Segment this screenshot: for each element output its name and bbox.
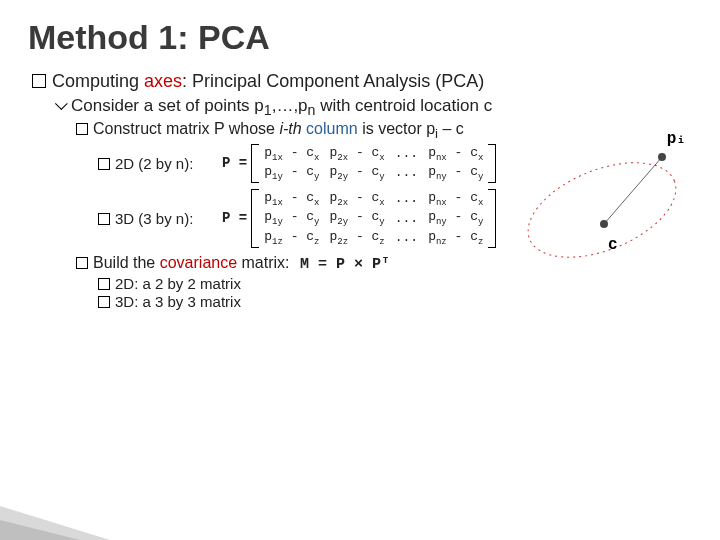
text: with centroid location c bbox=[315, 96, 492, 115]
cell: p1z - cz bbox=[259, 228, 324, 248]
bracket-icon bbox=[488, 144, 496, 183]
label-pi: pᵢ bbox=[667, 128, 686, 148]
cell: p2y - cy bbox=[324, 163, 389, 183]
svg-point-2 bbox=[658, 153, 666, 161]
label-3d: 3D (3 by n): bbox=[98, 210, 218, 227]
text: is vector p bbox=[358, 120, 435, 137]
text: – c bbox=[438, 120, 464, 137]
bullet-square-icon bbox=[98, 158, 110, 170]
bullet-sub-2d: 2D: a 2 by 2 matrix bbox=[98, 275, 692, 292]
bullet-computing: Computing axes: Principal Component Anal… bbox=[32, 71, 692, 92]
text: : Principal Component Analysis (PCA) bbox=[182, 71, 484, 91]
text: Construct matrix P whose bbox=[93, 120, 279, 137]
bullet-square-icon bbox=[76, 257, 88, 269]
page-title: Method 1: PCA bbox=[28, 18, 692, 57]
cell: ... bbox=[390, 144, 423, 164]
p-equals: P = bbox=[222, 155, 247, 171]
bracket-icon bbox=[251, 189, 259, 248]
bracket-icon bbox=[488, 189, 496, 248]
svg-point-3 bbox=[600, 220, 608, 228]
text-covariance: covariance bbox=[160, 254, 237, 271]
text: Build the bbox=[93, 254, 160, 271]
p-equals: P = bbox=[222, 210, 247, 226]
figure-point-cloud: pᵢ c bbox=[512, 132, 692, 272]
cell: pnx - cx bbox=[423, 189, 488, 209]
bullet-sub-3d: 3D: a 3 by 3 matrix bbox=[98, 293, 692, 310]
cell: p2x - cx bbox=[324, 189, 389, 209]
bracket-icon bbox=[251, 144, 259, 183]
cell: ... bbox=[390, 189, 423, 209]
text-ith: i-th bbox=[279, 120, 301, 137]
cell: pnx - cx bbox=[423, 144, 488, 164]
text: matrix: bbox=[237, 254, 294, 271]
cell: p2x - cx bbox=[324, 144, 389, 164]
text: 2D (2 by n): bbox=[115, 155, 193, 172]
sub: 1 bbox=[264, 102, 272, 118]
cell: p1x - cx bbox=[259, 189, 324, 209]
matrix-table: p1x - cx p2x - cx ... pnx - cx p1y - cy … bbox=[259, 189, 488, 248]
bullet-square-icon bbox=[32, 74, 46, 88]
cell: ... bbox=[390, 208, 423, 228]
text: 2D: a 2 by 2 matrix bbox=[115, 275, 241, 292]
text: Computing bbox=[52, 71, 144, 91]
cell: p2z - cz bbox=[324, 228, 389, 248]
text: ,…,p bbox=[272, 96, 308, 115]
cell: ... bbox=[390, 228, 423, 248]
matrix-3d: p1x - cx p2x - cx ... pnx - cx p1y - cy … bbox=[251, 189, 496, 248]
svg-point-0 bbox=[515, 143, 690, 271]
ellipse-icon bbox=[512, 132, 692, 272]
bullet-square-icon bbox=[76, 123, 88, 135]
text: Consider a set of points p bbox=[71, 96, 264, 115]
cell: pny - cy bbox=[423, 163, 488, 183]
cell: pny - cy bbox=[423, 208, 488, 228]
bullet-square-icon bbox=[98, 296, 110, 308]
label-c: c bbox=[608, 236, 618, 254]
bullet-consider: Consider a set of points p1,…,pn with ce… bbox=[54, 96, 692, 118]
label-2d: 2D (2 by n): bbox=[98, 155, 218, 172]
cell: p2y - cy bbox=[324, 208, 389, 228]
cov-formula: M = P × Pᵀ bbox=[300, 256, 390, 273]
svg-line-1 bbox=[604, 157, 662, 224]
matrix-2d: p1x - cx p2x - cx ... pnx - cx p1y - cy … bbox=[251, 144, 496, 183]
cell: p1x - cx bbox=[259, 144, 324, 164]
matrix-table: p1x - cx p2x - cx ... pnx - cx p1y - cy … bbox=[259, 144, 488, 183]
slide-accent-icon bbox=[0, 488, 110, 540]
text: 3D (3 by n): bbox=[115, 210, 193, 227]
cell: ... bbox=[390, 163, 423, 183]
bullet-square-icon bbox=[98, 278, 110, 290]
cell: p1y - cy bbox=[259, 163, 324, 183]
bullet-square-icon bbox=[98, 213, 110, 225]
text: 3D: a 3 by 3 matrix bbox=[115, 293, 241, 310]
bullet-diamond-icon bbox=[55, 97, 68, 110]
text-column: column bbox=[302, 120, 358, 137]
cell: pnz - cz bbox=[423, 228, 488, 248]
text-axes: axes bbox=[144, 71, 182, 91]
cell: p1y - cy bbox=[259, 208, 324, 228]
slide: Method 1: PCA Computing axes: Principal … bbox=[0, 0, 720, 310]
